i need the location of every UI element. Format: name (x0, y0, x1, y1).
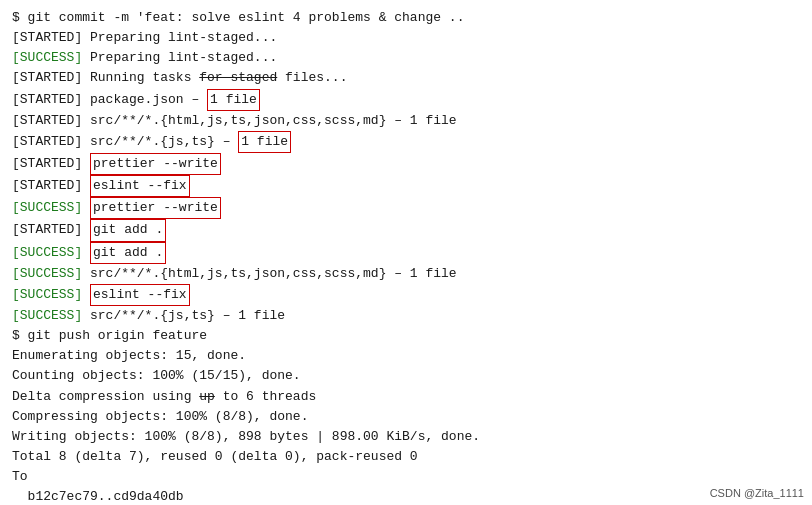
line-content: Counting objects: 100% (15/15), done. (12, 366, 301, 386)
blurred-branch (184, 487, 480, 505)
hash-text: b12c7ec79..cd9da40db (12, 487, 184, 505)
terminal-line: [STARTED] Running tasks for staged files… (12, 68, 800, 88)
status-success: [SUCCESS] (12, 48, 90, 68)
terminal-line: [SUCCESS] src/**/*.{js,ts} – 1 file (12, 306, 800, 326)
terminal-output: $ git commit -m 'feat: solve eslint 4 pr… (0, 0, 812, 505)
line-content: src/**/*.{js,ts} – (90, 132, 238, 152)
line-content: to 6 threads (215, 387, 316, 407)
terminal-line: [SUCCESS] eslint --fix (12, 284, 800, 306)
terminal-line: [STARTED] git add . (12, 219, 800, 241)
terminal-line: To (12, 467, 800, 487)
status-started: [STARTED] (12, 176, 90, 196)
eslint-success-box: eslint --fix (90, 284, 190, 306)
status-started: [STARTED] (12, 132, 90, 152)
line-content: Writing objects: 100% (8/8), 898 bytes |… (12, 427, 480, 447)
status-success: [SUCCESS] (12, 243, 90, 263)
status-started: [STARTED] (12, 220, 90, 240)
terminal-line: Total 8 (delta 7), reused 0 (delta 0), p… (12, 447, 800, 467)
terminal-line: $ git push origin feature (12, 326, 800, 346)
terminal-line: [STARTED] package.json – 1 file (12, 89, 800, 111)
terminal-line: [STARTED] Preparing lint-staged... (12, 28, 800, 48)
blurred-text2 (550, 8, 581, 28)
terminal-line: [STARTED] prettier --write (12, 153, 800, 175)
line-content: Running tasks (90, 68, 199, 88)
terminal-line: Compressing objects: 100% (8/8), done. (12, 407, 800, 427)
terminal-line: Enumerating objects: 15, done. (12, 346, 800, 366)
watermark-text: CSDN @Zita_1111 (710, 487, 804, 499)
eslint-box: eslint --fix (90, 175, 190, 197)
status-success: [SUCCESS] (12, 198, 90, 218)
git-add-success-box: git add . (90, 242, 166, 264)
terminal-line: [SUCCESS] Preparing lint-staged... (12, 48, 800, 68)
up-strikethrough: up (199, 387, 215, 407)
line-content: Preparing lint-staged... (90, 28, 277, 48)
git-add-box: git add . (90, 219, 166, 241)
terminal-line: Delta compression using up to 6 threads (12, 387, 800, 407)
blurred-url (35, 467, 402, 487)
prettier-success-box: prettier --write (90, 197, 221, 219)
line-content: src/**/*.{html,js,ts,json,css,scss,md} –… (90, 264, 457, 284)
line-content: Enumerating objects: 15, done. (12, 346, 246, 366)
terminal-line: Writing objects: 100% (8/8), 898 bytes |… (12, 427, 800, 447)
line-content: package.json – (90, 90, 207, 110)
status-started: [STARTED] (12, 68, 90, 88)
terminal-line: [STARTED] src/**/*.{html,js,ts,json,css,… (12, 111, 800, 131)
status-success: [SUCCESS] (12, 264, 90, 284)
status-started: [STARTED] (12, 90, 90, 110)
terminal-line: $ git commit -m 'feat: solve eslint 4 pr… (12, 8, 800, 28)
status-started: [STARTED] (12, 111, 90, 131)
terminal-line: [STARTED] eslint --fix (12, 175, 800, 197)
line-content: files... (277, 68, 347, 88)
line-content: Delta compression using (12, 387, 199, 407)
terminal-line: [SUCCESS] src/**/*.{html,js,ts,json,css,… (12, 264, 800, 284)
terminal-line: [SUCCESS] prettier --write (12, 197, 800, 219)
prompt: $ git push origin feature (12, 326, 207, 346)
line-content: Preparing lint-staged... (90, 48, 277, 68)
to-label: To (12, 467, 35, 487)
status-success: [SUCCESS] (12, 306, 90, 326)
file-count-box: 1 file (207, 89, 260, 111)
prompt: $ git commit -m 'feat: solve eslint 4 pr… (12, 8, 464, 28)
terminal-line: [SUCCESS] git add . (12, 242, 800, 264)
status-started: [STARTED] (12, 154, 90, 174)
blurred-text3 (207, 326, 332, 346)
file-count-box-2: 1 file (238, 131, 291, 153)
terminal-line: [STARTED] src/**/*.{js,ts} – 1 file (12, 131, 800, 153)
line-content: Compressing objects: 100% (8/8), done. (12, 407, 308, 427)
prettier-box: prettier --write (90, 153, 221, 175)
strikethrough-text: for staged (199, 68, 277, 88)
status-success: [SUCCESS] (12, 285, 90, 305)
status-started: [STARTED] (12, 28, 90, 48)
line-content: src/**/*.{js,ts} – 1 file (90, 306, 285, 326)
terminal-line: Counting objects: 100% (15/15), done. (12, 366, 800, 386)
blurred-text (464, 8, 550, 28)
line-content: Total 8 (delta 7), reused 0 (delta 0), p… (12, 447, 418, 467)
line-content: src/**/*.{html,js,ts,json,css,scss,md} –… (90, 111, 457, 131)
terminal-line: b12c7ec79..cd9da40db (12, 487, 800, 505)
